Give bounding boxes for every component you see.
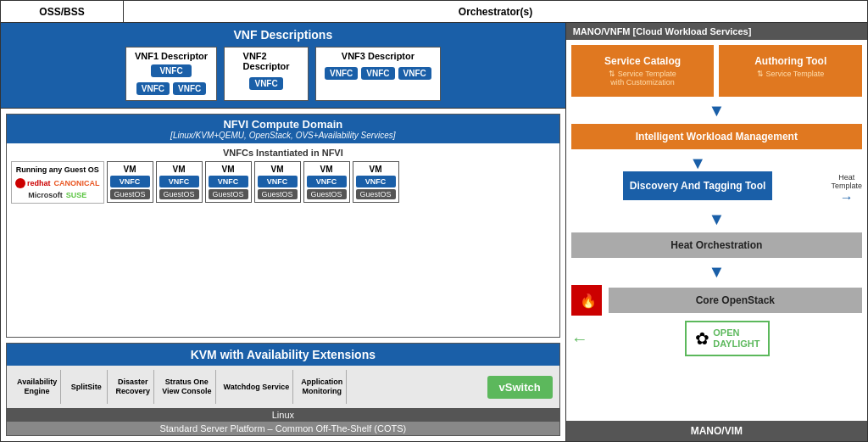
- logo-row-1: redhat CANONICAL: [15, 178, 100, 188]
- watchdog-service-text: Watchdog Service: [224, 383, 290, 392]
- vnf2-title: VNF2Descriptor: [243, 51, 290, 71]
- opendaylight-row: ← ✿ OPEN DAYLIGHT: [571, 321, 862, 356]
- iwm-box: Intelligent Workload Management: [571, 124, 862, 149]
- arrow-to-discovery: ▼: [689, 154, 706, 171]
- cots-bar: Standard Server Platform – Common Off-Th…: [7, 422, 559, 435]
- nfvi-vnfc-row: Running any Guest OS redhat CANONICAL: [11, 161, 555, 333]
- arrow-to-iwm: ▼: [571, 102, 862, 119]
- watchdog-service: Watchdog Service: [220, 370, 294, 404]
- stratus-one-text: Stratus OneView Console: [162, 378, 211, 396]
- service-catalog-label: Service Catalog: [578, 55, 708, 67]
- core-openstack-box: Core OpenStack: [609, 288, 862, 313]
- od-open: OPEN: [713, 327, 739, 338]
- logo-row-2: Microsoft SUSE: [28, 191, 86, 199]
- guestos-1: GuestOS: [110, 189, 150, 199]
- nfvi-title: NFVI Compute Domain: [10, 118, 556, 131]
- vm-label-1: VM: [124, 165, 136, 174]
- vnf-descriptors: VNF1 Descriptor VNFC VNFC VNFC VNF2Descr…: [9, 47, 557, 101]
- nfvi-subtitle: [Linux/KVM+QEMU, OpenStack, OVS+Availabi…: [10, 131, 556, 140]
- vnfc-vm-2: VNFC: [159, 176, 199, 187]
- kvm-body: AvailabilityEngine SplitSite DisasterRec…: [7, 366, 559, 408]
- od-daylight: DAYLIGHT: [713, 338, 760, 349]
- vm-boxes: VM VNFC GuestOS VM VNFC GuestOS: [107, 161, 555, 203]
- suse-logo: SUSE: [66, 191, 87, 199]
- discovery-label: Discovery And Tagging Tool: [630, 180, 765, 192]
- guestos-2: GuestOS: [159, 189, 199, 199]
- left-panel: VNF Descriptions VNF1 Descriptor VNFC VN…: [1, 23, 566, 441]
- svg-text:🔥: 🔥: [580, 293, 596, 309]
- top-bar: OSS/BSS Orchestrator(s): [1, 1, 867, 23]
- authoring-tool-box: Authoring Tool ⇅ Service Template: [719, 45, 862, 97]
- vswitch-button: vSwitch: [487, 376, 553, 399]
- vnf2-vnfc-1: VNFC: [249, 77, 282, 90]
- vm-label-3: VM: [222, 165, 235, 174]
- redhat-circle: [15, 178, 25, 188]
- application-monitoring: ApplicationMonitoring: [298, 370, 347, 404]
- guest-os-label: Running any Guest OS: [16, 165, 99, 174]
- vm-box-6: VM VNFC GuestOS: [353, 161, 399, 203]
- canonical-logo: CANONICAL: [54, 179, 100, 187]
- disaster-recovery-text: DisasterRecovery: [115, 378, 150, 396]
- guestos-6: GuestOS: [356, 189, 396, 199]
- availability-engine-text: AvailabilityEngine: [17, 378, 57, 396]
- guestos-3: GuestOS: [209, 189, 248, 199]
- vm-label-4: VM: [271, 165, 284, 174]
- vnf1-vnfc-2: VNFC: [173, 82, 206, 95]
- discovery-col: ▼ Discovery And Tagging Tool: [571, 154, 825, 200]
- vm-box-4: VM VNFC GuestOS: [254, 161, 301, 203]
- top-tools-row: Service Catalog ⇅ Service Templatewith C…: [571, 45, 862, 97]
- discovery-row: ▼ Discovery And Tagging Tool HeatTemplat…: [571, 154, 862, 205]
- mano-vim-footer: MANO/VIM: [566, 421, 867, 441]
- availability-engine: AvailabilityEngine: [14, 370, 61, 404]
- vnf2-descriptor: VNF2Descriptor VNFC: [224, 47, 309, 101]
- core-openstack-row: 🔥 Core OpenStack: [571, 285, 862, 316]
- fire-icon: 🔥: [571, 285, 602, 316]
- vnf1-vnfc-row: VNFC VNFC: [136, 82, 206, 95]
- stratus-one: Stratus OneView Console: [159, 370, 215, 404]
- microsoft-logo: Microsoft: [28, 191, 63, 199]
- kvm-section: KVM with Availability Extensions Availab…: [6, 343, 560, 436]
- vm-box-5: VM VNFC GuestOS: [303, 161, 350, 203]
- vnf-title: VNF Descriptions: [9, 28, 557, 42]
- content-area: VNF Descriptions VNF1 Descriptor VNFC VN…: [1, 23, 867, 441]
- redhat-text: redhat: [27, 179, 51, 187]
- vnf3-title: VNF3 Descriptor: [342, 51, 415, 61]
- vnf2-vnfc-row: VNFC: [249, 77, 282, 90]
- service-template-label: ⇅ Service Template: [726, 70, 855, 78]
- vnf1-vnfc-top: VNFC: [151, 64, 191, 77]
- vnf3-vnfc-3: VNFC: [398, 67, 431, 80]
- heat-template-col: HeatTemplate →: [831, 154, 862, 205]
- vnf3-vnfc-1: VNFC: [325, 67, 358, 80]
- service-catalog-box: Service Catalog ⇅ Service Templatewith C…: [571, 45, 715, 97]
- oss-bss-label: OSS/BSS: [1, 1, 124, 22]
- vnfc-vm-1: VNFC: [110, 176, 150, 187]
- nfvi-inner-title: VNFCs Instantiated in NFVI: [11, 148, 555, 158]
- linux-bar: Linux: [7, 408, 559, 422]
- od-text: OPEN DAYLIGHT: [713, 327, 760, 350]
- orchestrators-label: Orchestrator(s): [124, 1, 867, 22]
- vm-label-2: VM: [173, 165, 186, 174]
- nfvi-section: NFVI Compute Domain [Linux/KVM+QEMU, Ope…: [6, 114, 560, 338]
- opendaylight-box: ✿ OPEN DAYLIGHT: [685, 321, 770, 356]
- vnf1-title: VNF1 Descriptor: [135, 51, 208, 61]
- discovery-box: Discovery And Tagging Tool: [623, 171, 772, 200]
- vm-box-1: VM VNFC GuestOS: [107, 161, 153, 203]
- arrow-to-core: ▼: [571, 263, 862, 280]
- service-template-custom-label: ⇅ Service Templatewith Customization: [578, 70, 708, 87]
- arrow-heat: →: [840, 190, 854, 205]
- vm-label-6: VM: [370, 165, 382, 174]
- vnf1-vnfc-1: VNFC: [136, 82, 170, 95]
- vnf3-vnfc-row: VNFC VNFC VNFC: [325, 67, 431, 80]
- vnfc-vm-6: VNFC: [356, 176, 396, 187]
- vnfc-vm-3: VNFC: [209, 176, 248, 187]
- arrow-to-heat-orch: ▼: [571, 210, 862, 227]
- vnfc-vm-4: VNFC: [258, 176, 298, 187]
- vm-box-3: VM VNFC GuestOS: [205, 161, 252, 203]
- authoring-tool-label: Authoring Tool: [726, 55, 855, 67]
- vnfc-vm-5: VNFC: [307, 176, 347, 187]
- splitsite-text: SplitSite: [71, 383, 102, 392]
- od-sunflower-icon: ✿: [695, 328, 709, 349]
- guest-os-box: Running any Guest OS redhat CANONICAL: [11, 161, 104, 204]
- disaster-recovery: DisasterRecovery: [112, 370, 154, 404]
- nfvi-body: VNFCs Instantiated in NFVI Running any G…: [7, 143, 559, 337]
